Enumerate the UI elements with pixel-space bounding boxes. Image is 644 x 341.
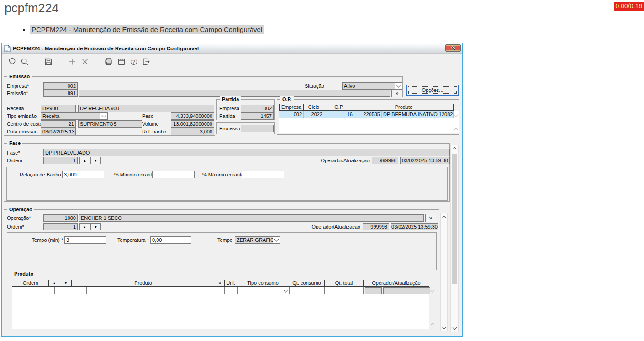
fase-field[interactable]: DP PREALVEJADO [43, 149, 450, 156]
produto-row-down-button[interactable]: ▼ [60, 280, 72, 287]
exit-button[interactable] [141, 57, 151, 67]
save-button[interactable] [43, 57, 53, 67]
produto-cell-operador[interactable] [365, 287, 382, 294]
data-emissao-field[interactable]: 03/02/2025 13:59:30 [41, 128, 76, 135]
emissao-label: Emissão* [7, 91, 28, 96]
produto-cell-qt-consumo[interactable] [289, 287, 325, 294]
vertical-scrollbar-inner[interactable] [440, 213, 448, 331]
chevron-down-icon [284, 288, 288, 292]
close-button[interactable] [445, 44, 461, 52]
scroll-thumb[interactable] [452, 154, 457, 284]
add-button[interactable] [67, 57, 77, 67]
op-row-produto-desc[interactable]: DP BERMUDA INATIVO 120822 [382, 111, 454, 118]
scroll-down-icon[interactable] [430, 323, 435, 328]
fase-ordem-down-button[interactable]: ▼ [90, 157, 101, 164]
volume-field[interactable]: 13.001,82000000 [171, 120, 214, 128]
op-row-empresa[interactable]: 002 [279, 111, 304, 118]
document-icon [4, 45, 11, 52]
help-button[interactable]: ? [129, 57, 139, 67]
fase-ordem-field[interactable]: 1 [43, 157, 78, 164]
op-group-label: O.P. [280, 96, 294, 102]
delete-button[interactable] [80, 57, 90, 67]
produto-cell-produto[interactable] [87, 287, 225, 294]
partida-empresa-label: Empresa [219, 106, 239, 112]
toolbar: ? [2, 54, 462, 69]
operacao-ordem-down-button[interactable]: ▼ [90, 223, 101, 230]
header-divider [0, 20, 644, 20]
scroll-up-icon[interactable] [430, 288, 435, 293]
operacao-lookup-button[interactable]: » [425, 214, 436, 222]
relacao-banho-input[interactable]: 3,000 [62, 171, 104, 178]
partida-field[interactable]: 1457 [241, 112, 274, 120]
partida-group: Partida Empresa 002 Partida 1457 [216, 99, 275, 120]
down-arrow-icon: ▼ [94, 225, 97, 229]
emissao-field[interactable]: 891 [43, 90, 78, 97]
empresa-field[interactable]: 002 [43, 82, 78, 90]
op-col-op: O.P. [324, 104, 354, 111]
calendar-button[interactable] [116, 57, 127, 67]
produto-cell-ordem[interactable] [12, 287, 55, 294]
op-row-produto-code[interactable]: 220535 [354, 111, 382, 118]
op-col-produto: Produto [354, 104, 454, 111]
min-corante-input[interactable] [152, 171, 195, 178]
vertical-scrollbar-outer[interactable] [450, 145, 459, 332]
operacao-code-field[interactable]: 1000 [43, 214, 78, 222]
produto-cell-qt-total[interactable] [325, 287, 364, 294]
up-arrow-icon: ▲ [83, 225, 86, 229]
operacao-ordem-up-button[interactable]: ▲ [79, 223, 90, 230]
max-corante-input[interactable] [242, 171, 284, 178]
window-titlebar[interactable]: PCPFM224 - Manutenção de Emissão de Rece… [2, 43, 462, 54]
emissao-group: Emissão Empresa* 002 Situação Ativo Emis… [4, 76, 403, 97]
partida-empresa-field[interactable]: 002 [241, 105, 274, 112]
rel-banho-field[interactable]: 3,000 [171, 128, 214, 135]
tempo-min-label: Tempo (min) * [26, 237, 63, 243]
centro-custo-desc-field[interactable]: SUPRIMENTOS [78, 120, 142, 128]
produto-col-ordem: Ordem [12, 280, 49, 287]
centro-custo-field[interactable]: 21 [41, 120, 76, 128]
operacao-ordem-field[interactable]: 1 [43, 223, 78, 230]
scroll-down-button[interactable] [451, 325, 458, 332]
down-arrow-icon: ▼ [94, 159, 97, 162]
operacao-desc-field[interactable]: ENCHER 1 SECO [79, 214, 424, 222]
tempo-select[interactable]: ZERAR GRAFICO/I [235, 236, 280, 244]
tipo-emissao-select[interactable]: Receita [41, 112, 108, 120]
produto-cell-atualizacao[interactable] [383, 287, 430, 294]
op-row-op[interactable]: 16 [324, 111, 354, 118]
undo-button[interactable] [7, 57, 17, 67]
temperatura-label: Temperatura * [117, 237, 149, 243]
processo-field[interactable] [241, 125, 274, 132]
operacao-group: Operação Operação* 1000 ENCHER 1 SECO » … [4, 209, 439, 332]
produto-row-up-button[interactable]: ▲ [49, 280, 60, 287]
peso-field[interactable]: 4.333,94000000 [171, 112, 214, 120]
fase-label: Fase* [7, 150, 20, 156]
produto-cell-aux[interactable] [55, 287, 87, 294]
operacao-operador-field[interactable]: 999998 [363, 223, 389, 230]
fase-ordem-up-button[interactable]: ▲ [79, 157, 90, 164]
receita-desc-field[interactable]: DP RECEITA 900 [78, 105, 214, 112]
produto-cell-tipo-consumo-select[interactable] [237, 287, 289, 294]
produto-lookup-button[interactable]: » [215, 280, 225, 287]
temperatura-input[interactable]: 0,00 [150, 236, 191, 244]
produto-cell-uni[interactable] [225, 287, 237, 294]
tempo-min-input[interactable]: 3 [64, 236, 106, 244]
scroll-up-button[interactable] [441, 213, 447, 221]
print-button[interactable] [104, 57, 114, 67]
emissao-lookup-button[interactable]: » [391, 89, 402, 97]
program-link[interactable]: PCPFM224 - Manutenção de Emissão de Rece… [30, 25, 264, 34]
chevron-up-icon [442, 216, 446, 220]
situacao-select[interactable]: Ativo [342, 82, 402, 90]
fase-atualizacao-field[interactable]: 03/02/2025 13:59:30 [400, 157, 450, 164]
search-button[interactable] [20, 57, 30, 67]
scroll-down-button[interactable] [441, 324, 447, 331]
data-emissao-label: Data emissão [7, 129, 37, 135]
fase-operador-field[interactable]: 999998 [372, 157, 398, 164]
op-row-ciclo[interactable]: 2022 [304, 111, 324, 118]
timer-badge: 0:00/0:16 [614, 2, 644, 11]
opcoes-button[interactable]: Opções... [406, 85, 459, 96]
chevron-up-icon [452, 147, 457, 152]
produto-list-area [12, 294, 429, 329]
receita-code-field[interactable]: DP900 [41, 105, 76, 112]
scroll-up-button[interactable] [451, 145, 458, 152]
operacao-atualizacao-field[interactable]: 03/02/2025 13:59:30 [391, 223, 438, 230]
produto-col-tipo-consumo: Tipo consumo [237, 280, 289, 287]
